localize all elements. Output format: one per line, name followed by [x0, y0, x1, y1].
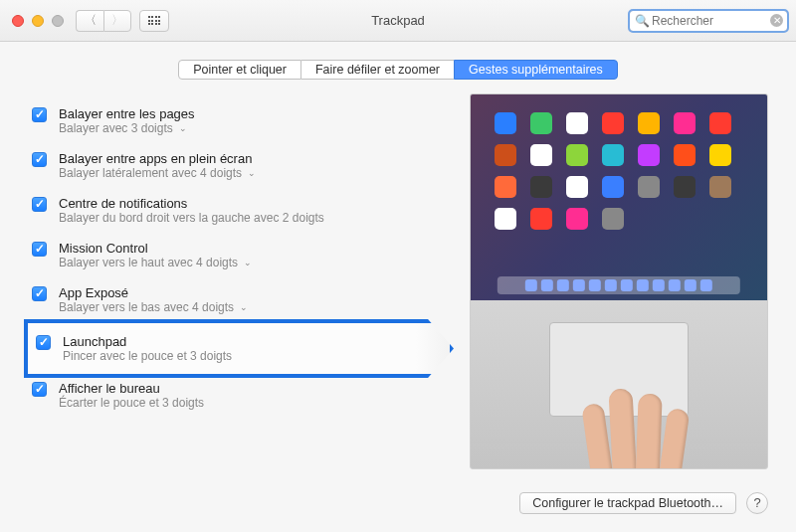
gesture-text: Centre de notificationsBalayer du bord d… — [59, 196, 324, 225]
chevron-down-icon: ⌄ — [179, 123, 187, 133]
gesture-title: Launchpad — [63, 334, 232, 349]
preview-app-icon — [495, 176, 516, 198]
gesture-preview — [470, 93, 768, 469]
gesture-checkbox[interactable] — [32, 197, 47, 212]
gesture-text: App ExposéBalayer vers le bas avec 4 doi… — [59, 285, 248, 314]
close-window-button[interactable] — [12, 15, 24, 27]
preview-app-icon — [674, 112, 696, 134]
gesture-subtitle[interactable]: Balayer avec 3 doigts⌄ — [59, 121, 195, 135]
search-wrap: 🔍 ✕ — [629, 10, 788, 32]
gesture-title: Mission Control — [59, 241, 252, 256]
preview-app-icon — [638, 112, 660, 134]
preview-app-icon — [602, 208, 624, 230]
forward-button[interactable]: 〉 — [103, 10, 131, 32]
gesture-subtitle: Balayer du bord droit vers la gauche ave… — [59, 211, 324, 225]
gesture-options-list: Balayer entre les pagesBalayer avec 3 do… — [28, 93, 450, 491]
back-button[interactable]: 〈 — [76, 10, 103, 32]
gesture-text: Afficher le bureauÉcarter le pouce et 3 … — [59, 381, 204, 410]
chevron-down-icon: ⌄ — [248, 168, 256, 178]
help-button[interactable]: ? — [746, 492, 768, 514]
gesture-subtitle[interactable]: Balayer vers le haut avec 4 doigts⌄ — [59, 256, 252, 269]
gesture-option-row[interactable]: Mission ControlBalayer vers le haut avec… — [28, 234, 450, 278]
grid-icon — [148, 16, 161, 25]
gesture-option-row[interactable]: Centre de notificationsBalayer du bord d… — [28, 189, 450, 234]
preview-app-icon — [674, 144, 696, 166]
pane-body: Pointer et cliquerFaire défiler et zoome… — [0, 42, 796, 532]
chevron-left-icon: 〈 — [85, 12, 97, 29]
gesture-checkbox[interactable] — [32, 382, 47, 397]
preview-app-icon — [602, 144, 624, 166]
chevron-down-icon: ⌄ — [244, 258, 252, 267]
gesture-subtitle[interactable]: Balayer vers le bas avec 4 doigts⌄ — [59, 300, 248, 314]
gesture-title: Balayer entre apps en plein écran — [59, 151, 256, 166]
preview-app-icon — [530, 208, 552, 230]
preview-app-icon — [566, 144, 588, 166]
preview-app-icon — [495, 112, 516, 134]
nav-group: 〈 〉 — [76, 10, 131, 32]
preview-launchpad-apps — [495, 112, 743, 230]
gesture-title: Balayer entre les pages — [59, 106, 195, 121]
preview-app-icon — [530, 112, 552, 134]
tab-1[interactable]: Faire défiler et zoomer — [301, 60, 454, 80]
gesture-text: Balayer entre les pagesBalayer avec 3 do… — [59, 106, 195, 135]
show-all-button[interactable] — [139, 10, 169, 32]
gesture-title: App Exposé — [59, 285, 248, 300]
preview-app-icon — [638, 176, 660, 198]
tab-0[interactable]: Pointer et cliquer — [178, 60, 301, 80]
footer: Configurer le trackpad Bluetooth… ? — [519, 492, 768, 514]
configure-bluetooth-trackpad-button[interactable]: Configurer le trackpad Bluetooth… — [519, 492, 736, 514]
gesture-option-row[interactable]: App ExposéBalayer vers le bas avec 4 doi… — [28, 278, 450, 323]
gesture-text: Balayer entre apps en plein écranBalayer… — [59, 151, 256, 180]
preview-laptop-body — [471, 300, 767, 468]
window-toolbar: 〈 〉 Trackpad 🔍 ✕ — [0, 0, 796, 42]
preview-app-icon — [566, 208, 588, 230]
preview-dock — [498, 276, 740, 294]
gesture-checkbox[interactable] — [32, 286, 47, 301]
chevron-down-icon: ⌄ — [240, 302, 248, 312]
preview-app-icon — [566, 176, 588, 198]
gesture-text: LaunchpadPincer avec le pouce et 3 doigt… — [63, 334, 232, 363]
preview-hand — [577, 369, 696, 469]
gesture-subtitle: Pincer avec le pouce et 3 doigts — [63, 349, 232, 363]
preview-app-icon — [709, 112, 731, 134]
preview-app-icon — [530, 176, 552, 198]
gesture-text: Mission ControlBalayer vers le haut avec… — [59, 241, 252, 269]
preview-app-icon — [602, 112, 624, 134]
traffic-lights — [12, 15, 64, 27]
preview-app-icon — [674, 176, 696, 198]
preview-app-icon — [566, 112, 588, 134]
preview-app-icon — [530, 144, 552, 166]
tabs: Pointer et cliquerFaire défiler et zoome… — [28, 60, 768, 80]
gesture-option-row[interactable]: Afficher le bureauÉcarter le pouce et 3 … — [28, 374, 450, 419]
content: Balayer entre les pagesBalayer avec 3 do… — [28, 93, 768, 491]
preview-app-icon — [602, 176, 624, 198]
minimize-window-button[interactable] — [32, 15, 44, 27]
preview-app-icon — [709, 144, 731, 166]
chevron-right-icon: 〉 — [111, 12, 123, 29]
gesture-title: Centre de notifications — [59, 196, 324, 211]
clear-search-button[interactable]: ✕ — [770, 14, 783, 27]
gesture-option-row[interactable]: Balayer entre apps en plein écranBalayer… — [28, 144, 450, 189]
gesture-checkbox[interactable] — [32, 152, 47, 167]
gesture-subtitle: Écarter le pouce et 3 doigts — [59, 396, 204, 410]
tab-2[interactable]: Gestes supplémentaires — [454, 60, 618, 80]
preview-app-icon — [495, 144, 516, 166]
zoom-window-button[interactable] — [52, 15, 64, 27]
gesture-option-row[interactable]: LaunchpadPincer avec le pouce et 3 doigt… — [24, 319, 454, 378]
gesture-checkbox[interactable] — [32, 107, 47, 122]
gesture-title: Afficher le bureau — [59, 381, 204, 396]
gesture-option-row[interactable]: Balayer entre les pagesBalayer avec 3 do… — [28, 99, 450, 144]
preview-screen — [471, 94, 767, 300]
gesture-subtitle[interactable]: Balayer latéralement avec 4 doigts⌄ — [59, 166, 256, 180]
preview-app-icon — [495, 208, 516, 230]
search-input[interactable] — [629, 10, 788, 32]
search-icon: 🔍 — [635, 14, 650, 28]
gesture-checkbox[interactable] — [36, 335, 51, 350]
preview-app-icon — [709, 176, 731, 198]
gesture-checkbox[interactable] — [32, 242, 47, 257]
preview-app-icon — [638, 144, 660, 166]
